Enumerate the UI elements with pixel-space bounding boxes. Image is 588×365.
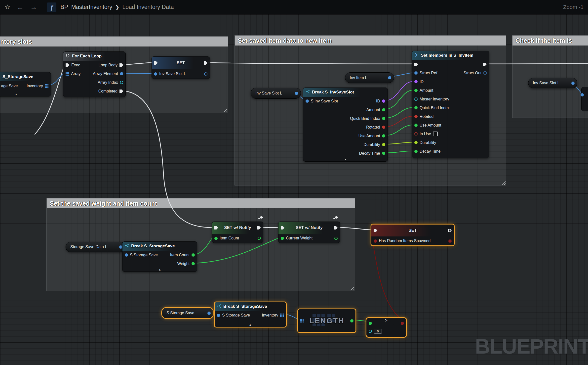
length-out-pin[interactable]: [350, 319, 353, 322]
decay-time-out-pin[interactable]: [382, 152, 385, 155]
array-index-pin[interactable]: [120, 81, 123, 84]
node-set-notify-current-weight[interactable]: SET w/ Notify Current Weight: [278, 222, 340, 243]
inventory-array-out-pin[interactable]: [280, 314, 284, 317]
blueprint-editor: ☆ ← → f BP_MasterInventory ❯ Load Invent…: [0, 0, 588, 365]
value-out-pin[interactable]: [207, 312, 211, 315]
node-set-members-s-invitem[interactable]: Set members in S_InvItem Struct Ref Stru…: [412, 51, 489, 158]
durability-out-pin[interactable]: [382, 143, 385, 146]
node-partial-right[interactable]: [581, 87, 588, 111]
node-set-has-random-items[interactable]: SET Has Random Items Spawned: [371, 224, 455, 246]
forward-arrow-icon[interactable]: →: [30, 3, 37, 11]
exec-out-pin[interactable]: [448, 229, 452, 232]
use-amount-pin[interactable]: [414, 124, 418, 127]
node-title: Break S_InvSaveSlot: [303, 88, 388, 97]
exec-out-pin[interactable]: [204, 61, 207, 65]
exec-in-pin[interactable]: [281, 226, 284, 229]
value-out-pin[interactable]: [204, 72, 207, 76]
pill-get-inv-item[interactable]: Inv Item L: [345, 72, 394, 83]
pin-label: Amount: [420, 88, 433, 93]
array-pin[interactable]: [66, 72, 69, 76]
collapse-arrow-icon[interactable]: ▲: [344, 158, 347, 161]
weight-out-pin[interactable]: [192, 262, 195, 265]
value-b-input[interactable]: 0: [374, 329, 382, 334]
struct-in-pin[interactable]: [125, 253, 128, 257]
id-pin[interactable]: [414, 80, 418, 83]
node-title: SET: [152, 60, 210, 65]
node-title: SET w/ Notify: [278, 225, 340, 230]
value-out-pin[interactable]: [448, 239, 452, 243]
node-set-inv-save-slot[interactable]: SET Inv Save Slot L: [152, 56, 210, 79]
value-in-pin[interactable]: [214, 237, 218, 240]
collapse-arrow-icon[interactable]: ▲: [158, 268, 161, 271]
value-out-pin[interactable]: [258, 237, 261, 240]
pin-label: Inventory: [27, 84, 43, 88]
exec-in-pin[interactable]: [414, 63, 418, 66]
pill-get-s-storage-save[interactable]: S Storage Save: [161, 307, 214, 319]
collapse-arrow-icon[interactable]: ▲: [249, 323, 252, 326]
pill-get-inv-save-slot[interactable]: Inv Save Slot L: [251, 88, 301, 99]
variable-label: Inv Save Slot L: [533, 81, 560, 85]
in-use-pin[interactable]: [414, 132, 418, 136]
array-element-pin[interactable]: [120, 72, 123, 75]
value-out-pin[interactable]: [334, 237, 338, 240]
quick-bind-index-out-pin[interactable]: [382, 117, 385, 120]
node-length[interactable]: LENGTH: [297, 309, 356, 333]
exec-in-pin[interactable]: [214, 226, 218, 229]
exec-out-pin[interactable]: [257, 226, 261, 229]
value-out-pin[interactable]: [571, 82, 575, 85]
node-break-s-storagesave[interactable]: Break S_StorageSave S Storage Save Item …: [122, 241, 197, 272]
id-out-pin[interactable]: [382, 99, 385, 103]
value-in-pin[interactable]: [281, 237, 284, 240]
pin-label: Inv Save Slot L: [159, 72, 186, 76]
node-break-s-invsaveslot[interactable]: Break S_InvSaveSlot S Inv Save Slot ID A…: [303, 88, 388, 162]
struct-in-pin[interactable]: [306, 99, 309, 103]
value-in-pin[interactable]: [581, 93, 584, 96]
value-out-pin[interactable]: [295, 92, 298, 95]
array-in-pin[interactable]: [300, 319, 304, 322]
favorite-star-icon[interactable]: ☆: [4, 3, 10, 11]
exec-out-pin[interactable]: [119, 63, 123, 67]
breadcrumb-blueprint[interactable]: BP_MasterInventory: [60, 4, 112, 10]
durability-pin[interactable]: [414, 141, 418, 144]
master-inventory-pin[interactable]: [414, 97, 418, 101]
exec-in-pin[interactable]: [374, 229, 377, 232]
struct-ref-pin[interactable]: [414, 71, 418, 75]
amount-out-pin[interactable]: [382, 108, 385, 111]
array-pin[interactable]: [45, 84, 48, 88]
node-break-s-storagesave-partial[interactable]: S_StorageSave age Save Inventory ▲: [0, 72, 51, 96]
exec-in-pin[interactable]: [66, 63, 69, 67]
node-break-s-storagesave-2[interactable]: Break S_StorageSave S Storage Save Inven…: [214, 302, 287, 327]
value-b-pin[interactable]: [369, 330, 372, 333]
collapse-arrow-icon[interactable]: ▲: [15, 93, 18, 96]
amount-pin[interactable]: [414, 89, 418, 92]
rotated-out-pin[interactable]: [382, 126, 385, 129]
value-a-pin[interactable]: [369, 322, 372, 325]
completed-exec-pin[interactable]: [119, 90, 123, 93]
value-in-pin[interactable]: [374, 239, 377, 243]
node-title: Break S_StorageSave: [122, 242, 197, 251]
in-use-checkbox[interactable]: [433, 132, 438, 136]
graph-canvas[interactable]: ntory slots Set saved item data to new i…: [0, 14, 588, 365]
rotated-pin[interactable]: [414, 115, 418, 118]
exec-in-pin[interactable]: [154, 61, 158, 65]
node-set-notify-item-count[interactable]: SET w/ Notify Item Count: [212, 222, 263, 243]
item-count-out-pin[interactable]: [192, 253, 195, 257]
pill-get-storage-save-data[interactable]: Storage Save Data L: [66, 242, 125, 252]
node-for-each-loop[interactable]: For Each Loop Exec Loop Body Array Array…: [63, 51, 126, 97]
pill-get-inv-save-slot-right[interactable]: Inv Save Slot L: [528, 78, 577, 88]
exec-out-pin[interactable]: [483, 63, 487, 66]
back-arrow-icon[interactable]: ←: [17, 3, 24, 11]
result-out-pin[interactable]: [401, 322, 404, 325]
node-greater-than[interactable]: > 0: [366, 317, 407, 338]
pin-label: Durability: [420, 140, 436, 145]
use-amount-out-pin[interactable]: [382, 134, 385, 137]
breadcrumb: BP_MasterInventory ❯ Load Inventory Data: [60, 4, 174, 10]
quick-bind-index-pin[interactable]: [414, 106, 418, 109]
struct-out-pin[interactable]: [483, 71, 487, 75]
struct-in-pin[interactable]: [217, 314, 220, 317]
value-in-pin[interactable]: [154, 72, 157, 76]
value-out-pin[interactable]: [388, 76, 391, 79]
decay-time-pin[interactable]: [414, 150, 418, 153]
node-title: LENGTH: [309, 317, 344, 325]
exec-out-pin[interactable]: [334, 226, 338, 229]
